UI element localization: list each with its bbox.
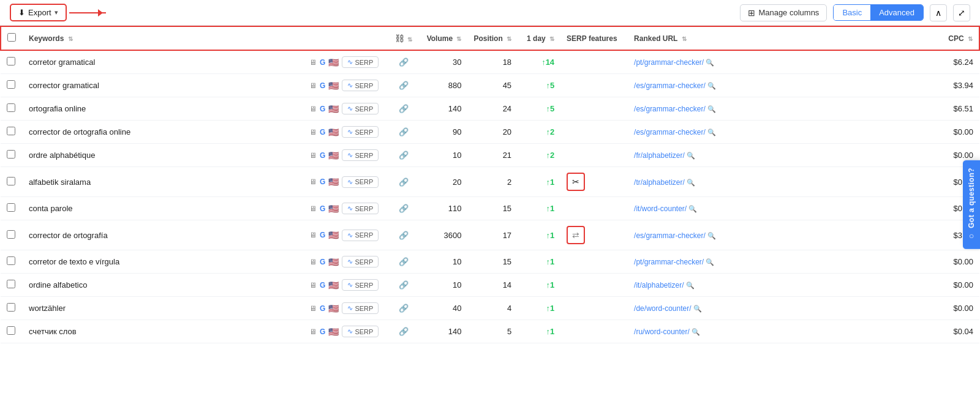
serp-button[interactable]: ∿ SERP [342,126,379,138]
row-checkbox[interactable] [7,230,15,239]
google-icon[interactable]: G [320,281,325,290]
scissors-icon[interactable]: ✂ [567,173,585,191]
chain-link-icon[interactable]: 🔗 [399,178,409,187]
desktop-icon[interactable]: 🖥 [309,327,317,336]
row-checkbox[interactable] [7,280,15,288]
search-icon[interactable]: 🔍 [687,179,695,186]
search-icon[interactable]: 🔍 [688,205,697,212]
desktop-icon[interactable]: 🖥 [309,105,317,113]
chain-link-icon[interactable]: 🔗 [399,104,409,113]
got-question-button[interactable]: ○ Got a question? [963,160,980,249]
desktop-icon[interactable]: 🖥 [309,204,317,213]
chain-link-icon[interactable]: 🔗 [399,304,409,313]
manage-columns-button[interactable]: ⊞ Manage columns [740,4,827,21]
export-button[interactable]: ⬇ Export ▾ [10,4,67,21]
chain-link-icon[interactable]: 🔗 [399,231,409,240]
row-checkbox[interactable] [7,203,15,212]
1day-sort-icon[interactable]: ⇅ [549,36,554,42]
google-icon[interactable]: G [320,258,325,266]
google-icon[interactable]: G [320,304,325,313]
google-icon[interactable]: G [320,151,325,160]
url-sort-icon[interactable]: ⇅ [682,36,687,42]
desktop-icon[interactable]: 🖥 [309,231,317,239]
google-icon[interactable]: G [320,58,325,67]
chain-link-icon[interactable]: 🔗 [399,327,409,336]
chain-link-icon[interactable]: 🔗 [399,127,409,136]
chain-link-icon[interactable]: 🔗 [399,204,409,213]
link-sort-icon[interactable]: ⇅ [407,36,412,43]
row-checkbox[interactable] [7,326,15,335]
chain-link-icon[interactable]: 🔗 [399,280,409,290]
search-icon[interactable]: 🔍 [687,152,695,159]
search-icon[interactable]: 🔍 [707,129,716,136]
ranked-url-link[interactable]: /pt/grammar-checker/🔍 [634,58,714,67]
serp-button[interactable]: ∿ SERP [342,279,379,291]
row-checkbox[interactable] [7,177,15,185]
google-icon[interactable]: G [320,81,325,90]
search-icon[interactable]: 🔍 [707,82,716,89]
row-checkbox[interactable] [7,256,15,265]
volume-sort-icon[interactable]: ⇅ [456,36,461,42]
row-checkbox[interactable] [7,303,15,312]
serp-button[interactable]: ∿ SERP [342,230,379,241]
serp-button[interactable]: ∿ SERP [342,176,379,188]
cpc-sort-icon[interactable]: ⇅ [968,36,973,42]
serp-button[interactable]: ∿ SERP [342,149,379,161]
desktop-icon[interactable]: 🖥 [309,304,317,313]
google-icon[interactable]: G [320,105,325,113]
google-icon[interactable]: G [320,327,325,336]
search-icon[interactable]: 🔍 [707,232,716,239]
ranked-url-link[interactable]: /es/grammar-checker/🔍 [634,231,716,240]
row-checkbox[interactable] [7,80,15,89]
chain-link-icon[interactable]: 🔗 [399,58,409,67]
row-checkbox[interactable] [7,127,15,135]
ranked-url-link[interactable]: /de/word-counter/🔍 [634,304,701,313]
google-icon[interactable]: G [320,231,325,239]
serp-button[interactable]: ∿ SERP [342,326,379,337]
serp-button[interactable]: ∿ SERP [342,103,379,114]
desktop-icon[interactable]: 🖥 [309,128,317,136]
search-icon[interactable]: 🔍 [707,105,716,113]
row-checkbox[interactable] [7,150,15,159]
ranked-url-link[interactable]: /tr/alphabetizer/🔍 [634,178,695,187]
row-checkbox[interactable] [7,103,15,112]
collapse-button[interactable]: ∧ [930,4,947,21]
ranked-url-link[interactable]: /it/word-counter/🔍 [634,204,697,213]
desktop-icon[interactable]: 🖥 [309,281,317,290]
desktop-icon[interactable]: 🖥 [309,81,317,90]
row-checkbox[interactable] [7,57,15,65]
search-icon[interactable]: 🔍 [693,305,702,312]
desktop-icon[interactable]: 🖥 [309,178,317,186]
position-sort-icon[interactable]: ⇅ [507,36,511,42]
ranked-url-link[interactable]: /es/grammar-checker/🔍 [634,128,716,136]
serp-button[interactable]: ∿ SERP [342,203,379,214]
desktop-icon[interactable]: 🖥 [309,58,317,67]
keyword-sort-icon[interactable]: ⇅ [68,36,73,42]
ranked-url-link[interactable]: /fr/alphabetizer/🔍 [634,151,695,160]
ranked-url-link[interactable]: /es/grammar-checker/🔍 [634,105,716,113]
google-icon[interactable]: G [320,178,325,186]
arrows-icon[interactable]: ⇄ [567,226,585,244]
ranked-url-link[interactable]: /pt/grammar-checker/🔍 [634,258,714,266]
expand-button[interactable]: ⤢ [953,4,970,21]
serp-button[interactable]: ∿ SERP [342,256,379,267]
search-icon[interactable]: 🔍 [692,328,700,335]
chain-link-icon[interactable]: 🔗 [399,257,409,266]
serp-button[interactable]: ∿ SERP [342,302,379,314]
ranked-url-link[interactable]: /es/grammar-checker/🔍 [634,81,716,90]
advanced-view-button[interactable]: Advanced [870,5,923,20]
serp-button[interactable]: ∿ SERP [342,56,379,68]
desktop-icon[interactable]: 🖥 [309,151,317,160]
ranked-url-link[interactable]: /ru/word-counter/🔍 [634,327,700,336]
search-icon[interactable]: 🔍 [686,282,695,289]
chain-link-icon[interactable]: 🔗 [399,151,409,160]
chain-link-icon[interactable]: 🔗 [399,81,409,90]
ranked-url-link[interactable]: /it/alphabetizer/🔍 [634,281,694,290]
basic-view-button[interactable]: Basic [834,5,870,20]
google-icon[interactable]: G [320,128,325,136]
desktop-icon[interactable]: 🖥 [309,258,317,266]
serp-button[interactable]: ∿ SERP [342,80,379,91]
select-all-checkbox[interactable] [7,33,16,42]
search-icon[interactable]: 🔍 [706,59,714,66]
google-icon[interactable]: G [320,204,325,213]
